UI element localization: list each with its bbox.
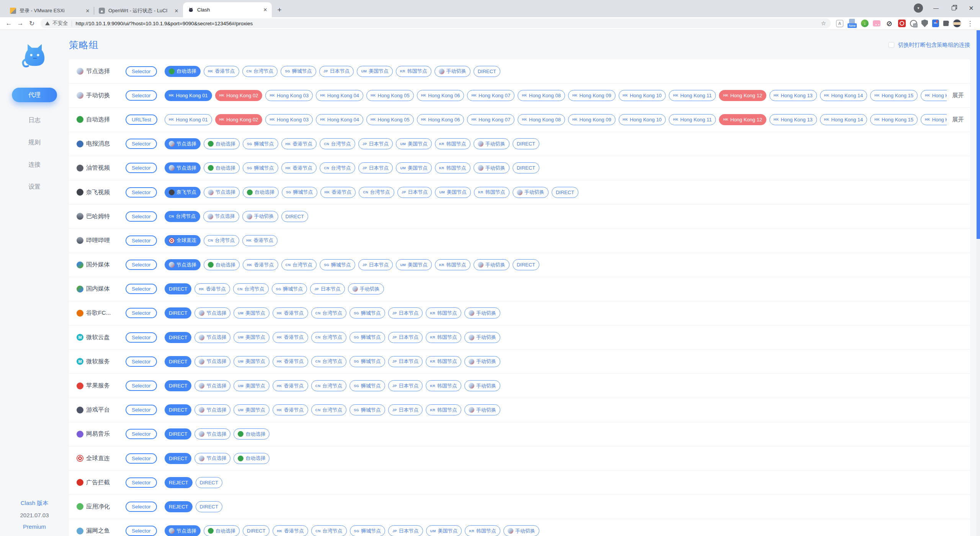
avatar-extension-icon[interactable] xyxy=(953,19,961,28)
proxy-pill[interactable]: HKHong Kong 09 xyxy=(568,114,616,125)
proxy-pill[interactable]: 节点选择 xyxy=(165,525,201,536)
proxy-pill[interactable]: HKHong Kong 07 xyxy=(467,114,514,125)
dictionary-extension-icon[interactable] xyxy=(932,20,939,27)
proxy-pill[interactable]: DIRECT xyxy=(165,428,191,440)
proxy-pill[interactable]: HKHong Kong 08 xyxy=(518,90,565,101)
proxy-pill[interactable]: CN台湾节点 xyxy=(311,404,347,415)
idm-extension-icon[interactable]: ↓ xyxy=(861,20,869,27)
translate-extension-icon[interactable]: A xyxy=(836,20,843,27)
proxy-pill[interactable]: 自动选择 xyxy=(234,428,270,440)
tab-close-icon[interactable]: ✕ xyxy=(84,7,91,14)
proxy-pill[interactable]: JP日本节点 xyxy=(358,138,393,149)
proxy-pill[interactable]: 节点选择 xyxy=(194,428,230,440)
proxy-pill[interactable]: 节点选择 xyxy=(194,307,230,319)
proxy-pill[interactable]: HK香港节点 xyxy=(242,235,278,246)
proxy-pill[interactable]: DIRECT xyxy=(552,187,578,198)
proxy-pill[interactable]: HKHong Kong 05 xyxy=(366,114,414,125)
proxy-pill[interactable]: 节点选择 xyxy=(203,211,239,222)
proxy-pill[interactable]: 自动选择 xyxy=(204,525,240,536)
proxy-pill[interactable]: 手动切换 xyxy=(434,66,470,77)
browser-tab[interactable]: OpenWrt - 运行状态 - LuCI✕ xyxy=(94,4,183,17)
proxy-pill[interactable]: UM美国节点 xyxy=(396,259,432,270)
break-connections-option[interactable]: 切换时打断包含策略组的连接 xyxy=(889,41,970,49)
proxy-pill[interactable]: CN台湾节点 xyxy=(311,380,347,391)
proxy-pill[interactable]: UM美国节点 xyxy=(357,66,393,77)
proxy-pill[interactable]: SG狮城节点 xyxy=(243,162,278,173)
proxy-pill[interactable]: UM美国节点 xyxy=(234,404,270,415)
tab-close-icon[interactable]: ✕ xyxy=(173,7,180,14)
proxy-pill[interactable]: UM美国节点 xyxy=(234,307,270,319)
puzzle-extension-icon[interactable] xyxy=(943,21,949,26)
proxy-pill[interactable]: HK香港节点 xyxy=(273,356,308,367)
proxy-pill[interactable]: DIRECT xyxy=(165,380,191,391)
proxy-pill[interactable]: CN台湾节点 xyxy=(320,138,355,149)
proxy-pill[interactable]: HKHong Kong 06 xyxy=(417,114,464,125)
close-button[interactable]: ✕ xyxy=(962,0,980,16)
proxy-pill[interactable]: KR韩国节点 xyxy=(426,404,461,415)
proxy-pill[interactable]: 手动切换 xyxy=(474,138,510,149)
proxy-pill[interactable]: HKHong Kong 15 xyxy=(870,114,918,125)
proxy-pill[interactable]: JP日本节点 xyxy=(388,404,423,415)
proxy-pill[interactable]: JP日本节点 xyxy=(358,162,393,173)
proxy-pill[interactable]: CN台湾节点 xyxy=(359,187,394,198)
proxy-pill[interactable]: HKHong Kong 14 xyxy=(820,90,867,101)
proxy-pill[interactable]: UM美国节点 xyxy=(396,138,432,149)
proxy-pill[interactable]: 自动选择 xyxy=(165,66,201,77)
browser-profile-chevron-button[interactable]: ▼ xyxy=(910,0,927,16)
proxy-pill[interactable]: 节点选择 xyxy=(194,453,230,464)
proxy-pill[interactable]: KR韩国节点 xyxy=(426,356,461,367)
proxy-pill[interactable]: SG狮城节点 xyxy=(243,138,278,149)
proxy-pill[interactable]: HKHong Kong 04 xyxy=(316,90,363,101)
proxy-pill[interactable]: CN台湾节点 xyxy=(242,66,278,77)
proxy-pill[interactable]: HK香港节点 xyxy=(273,332,308,343)
proxy-pill[interactable]: SG狮城节点 xyxy=(350,332,385,343)
proxy-pill[interactable]: HKHong Kong 03 xyxy=(265,114,313,125)
proxy-pill[interactable]: UM美国节点 xyxy=(435,187,471,198)
address-bar[interactable]: 不安全 http://10.10.1.9:9090/ui/?host=10.10… xyxy=(41,18,831,28)
bilibili-extension-icon[interactable] xyxy=(873,20,880,26)
proxy-pill[interactable]: JP日本节点 xyxy=(388,307,423,319)
page-scrollbar[interactable] xyxy=(977,30,980,536)
proxy-pill[interactable]: 手动切换 xyxy=(242,211,278,222)
proxy-pill[interactable]: HKHong Kong 07 xyxy=(467,90,514,101)
sidebar-item-连接[interactable]: 连接 xyxy=(28,161,41,169)
proxy-pill[interactable]: HK香港节点 xyxy=(281,162,317,173)
proxy-pill[interactable]: DIRECT xyxy=(165,356,191,367)
proxy-pill[interactable]: DIRECT xyxy=(196,501,222,512)
proxy-pill[interactable]: HKHong Kong 01 xyxy=(165,114,212,125)
proxy-pill[interactable]: HKHong Kong 13 xyxy=(769,114,817,125)
proxy-pill[interactable]: KR韩国节点 xyxy=(465,525,500,536)
browser-tab[interactable]: 登录 - VMware ESXi✕ xyxy=(5,4,94,17)
proxy-pill[interactable]: SG狮城节点 xyxy=(281,66,316,77)
proxy-pill[interactable]: REJECT xyxy=(165,477,193,488)
proxy-pill[interactable]: HK香港节点 xyxy=(273,307,308,319)
proxy-pill[interactable]: DIRECT xyxy=(513,162,539,173)
proxy-pill[interactable]: 节点选择 xyxy=(165,138,201,149)
proxy-pill[interactable]: CN台湾节点 xyxy=(204,235,239,246)
proxy-pill[interactable]: HKHong Kong 16 xyxy=(921,114,947,125)
kebab-extension-icon[interactable]: ⋮ xyxy=(965,19,975,28)
proxy-pill[interactable]: HKHong Kong 05 xyxy=(366,90,414,101)
proxy-pill[interactable]: JP日本节点 xyxy=(319,66,354,77)
proxy-pill[interactable]: DIRECT xyxy=(281,211,308,222)
proxy-pill[interactable]: 自动选择 xyxy=(243,187,279,198)
proxy-pill[interactable]: SG狮城节点 xyxy=(350,380,385,391)
sidebar-item-规则[interactable]: 规则 xyxy=(28,139,41,147)
new-badge-extension-icon[interactable]: New xyxy=(848,19,857,28)
proxy-pill[interactable]: 自动选择 xyxy=(234,453,270,464)
bookmark-star-icon[interactable]: ☆ xyxy=(821,20,826,27)
proxy-pill[interactable]: KR韩国节点 xyxy=(435,138,470,149)
proxy-pill[interactable]: SG狮城节点 xyxy=(320,259,355,270)
proxy-pill[interactable]: HKHong Kong 01 xyxy=(165,90,212,101)
proxy-pill[interactable]: DIRECT xyxy=(165,307,191,319)
proxy-pill[interactable]: 节点选择 xyxy=(204,187,240,198)
tab-close-icon[interactable]: ✕ xyxy=(262,7,269,13)
proxy-pill[interactable]: HK香港节点 xyxy=(194,283,230,294)
proxy-pill[interactable]: UM美国节点 xyxy=(426,525,462,536)
proxy-pill[interactable]: DIRECT xyxy=(165,283,191,294)
proxy-pill[interactable]: HKHong Kong 08 xyxy=(518,114,565,125)
proxy-pill[interactable]: JP日本节点 xyxy=(310,283,345,294)
new-tab-button[interactable]: + xyxy=(274,5,285,15)
proxy-pill[interactable]: 手动切换 xyxy=(503,525,539,536)
proxy-pill[interactable]: HKHong Kong 11 xyxy=(669,90,716,101)
